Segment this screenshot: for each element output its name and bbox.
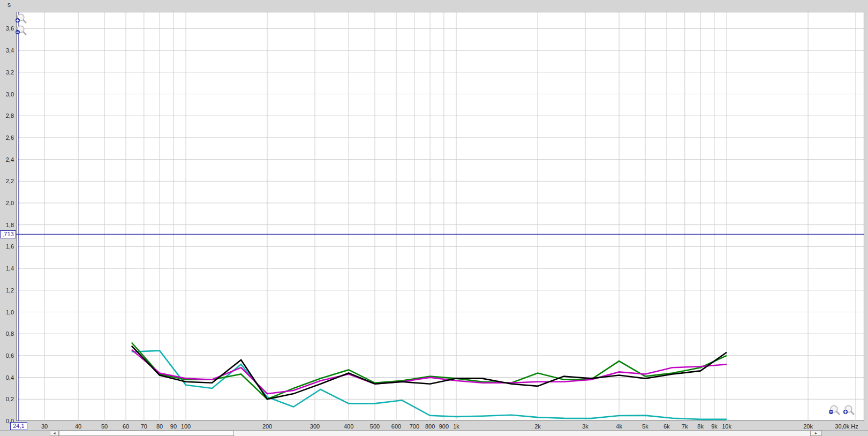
x-tick-label: 1k — [437, 423, 475, 430]
y-tick-label: 2,6 — [0, 134, 14, 141]
y-tick-label: 0,8 — [0, 330, 14, 337]
y-tick-label: 2,0 — [0, 199, 14, 207]
y-tick-label: 1,0 — [0, 309, 14, 316]
y-tick-label: 3,0 — [0, 91, 14, 98]
x-tick-label: 30 — [26, 423, 63, 430]
scroll-track[interactable] — [234, 431, 810, 436]
x-tick-label: 30,0k Hz — [828, 423, 865, 430]
series-cyan-line — [132, 351, 727, 419]
left-arrow-icon: ◄ — [52, 431, 56, 435]
x-tick-label: 300 — [296, 423, 334, 430]
zoom-in-icon — [842, 409, 855, 418]
x-tick-label: 200 — [248, 423, 286, 430]
y-tick-label: 2,4 — [0, 156, 14, 163]
y-tick-label: 0,4 — [0, 374, 14, 381]
zoom-out-icon — [828, 409, 841, 418]
zoom-out-icon — [14, 29, 27, 38]
zoom-out-button[interactable] — [14, 25, 27, 36]
x-tick-label: 10k — [708, 423, 745, 430]
h-scrollbar: ◄ ► — [0, 430, 868, 436]
x-tick-label: 20k — [789, 423, 827, 430]
y-tick-label: 1,4 — [0, 265, 14, 272]
y-tick-label: 0,2 — [0, 395, 14, 403]
y-tick-label: 2,8 — [0, 112, 14, 119]
y-tick-label: 3,4 — [0, 47, 14, 54]
scroll-thumb[interactable] — [59, 431, 234, 436]
x-tick-label: 3k — [567, 423, 604, 430]
right-arrow-icon: ► — [814, 431, 818, 435]
zoom-out-button[interactable] — [828, 404, 841, 416]
zoom-in-button[interactable] — [14, 13, 27, 25]
scroll-left-button[interactable]: ◄ — [50, 431, 59, 436]
chart-window: s 0,00,20,40,60,81,01,21,41,61,82,02,22,… — [0, 0, 868, 436]
x-tick-label: 2k — [519, 423, 556, 430]
y-tick-label: 1,8 — [0, 221, 14, 229]
y-tick-label: 2,2 — [0, 177, 14, 185]
y-tick-label: 0,6 — [0, 352, 14, 359]
y-tick-label: 1,6 — [0, 243, 14, 250]
scroll-right-button[interactable]: ► — [810, 431, 822, 436]
chart-svg — [0, 0, 868, 436]
cursor-y-readout[interactable]: ,713 — [0, 230, 16, 238]
y-tick-label: 3,2 — [0, 69, 14, 76]
series-green-line — [132, 343, 727, 400]
x-tick-label: 100 — [167, 423, 205, 430]
y-tick-label: 1,2 — [0, 287, 14, 294]
y-tick-label: 3,6 — [0, 25, 14, 32]
cursor-x-readout[interactable]: 24,1 — [10, 422, 27, 430]
zoom-in-button[interactable] — [842, 404, 855, 416]
